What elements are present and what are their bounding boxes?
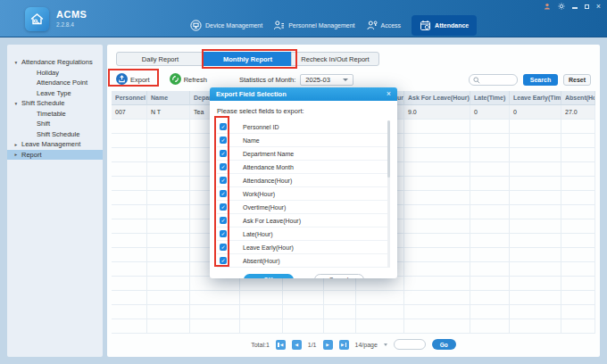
prev-page-button[interactable]: ◀: [292, 340, 302, 350]
table-cell: [561, 262, 595, 277]
first-page-button[interactable]: ◀: [276, 340, 286, 350]
table-cell: [510, 134, 561, 148]
table-empty-row: [112, 277, 595, 291]
tab-recheck-in-out-report[interactable]: Recheck In/Out Report: [291, 52, 379, 66]
attendance-icon: [420, 20, 431, 31]
table-cell: [324, 305, 356, 319]
table-cell: [112, 234, 147, 248]
refresh-button[interactable]: Refresh: [170, 73, 207, 87]
sidebar-item-holiday[interactable]: Holiday: [7, 68, 103, 79]
table-cell: [147, 148, 190, 162]
sidebar-item-label: Leave Type: [37, 89, 71, 97]
user-icon[interactable]: [544, 3, 551, 10]
sidebar-item-label: Shift: [37, 120, 50, 128]
pagination-total: Total:1: [251, 342, 270, 348]
scrollbar-thumb[interactable]: [387, 120, 390, 178]
nav-label: Attendance: [435, 22, 469, 29]
checkbox-checked-icon[interactable]: ✓: [220, 150, 227, 157]
sidebar-item-report[interactable]: ▸Report: [7, 150, 103, 161]
table-cell: 27.0: [561, 105, 595, 120]
checkbox-checked-icon[interactable]: ✓: [220, 244, 227, 251]
maximize-button[interactable]: [585, 4, 589, 9]
next-page-button[interactable]: ▶: [323, 340, 333, 350]
export-field-label: Ask For Leave(Hour): [243, 218, 301, 224]
toolbar-right: Search Reset: [469, 74, 591, 86]
sidebar-item-timetable[interactable]: Timetable: [7, 109, 103, 120]
table-cell: [240, 291, 283, 305]
sidebar-item-label: Timetable: [37, 110, 66, 118]
table-cell: [404, 262, 470, 277]
sidebar-item-label: Attendance Regulations: [21, 58, 93, 66]
go-button[interactable]: Go: [432, 339, 456, 350]
table-cell: [470, 120, 510, 134]
sidebar-item-shift[interactable]: Shift: [7, 119, 103, 129]
table-cell: [510, 248, 561, 262]
export-button[interactable]: Export: [116, 73, 150, 87]
table-cell: [283, 319, 324, 334]
checkbox-checked-icon[interactable]: ✓: [220, 163, 227, 170]
sidebar-item-leave-type[interactable]: Leave Type: [7, 88, 103, 99]
checkbox-checked-icon[interactable]: ✓: [220, 203, 227, 211]
table-cell: [404, 148, 470, 162]
checkbox-checked-icon[interactable]: ✓: [220, 177, 227, 184]
modal-close-icon[interactable]: ×: [387, 90, 391, 98]
month-select[interactable]: 2025-03: [300, 74, 353, 86]
checkbox-checked-icon[interactable]: ✓: [220, 190, 227, 197]
export-field-row-department-name: ✓Department Name: [217, 147, 390, 161]
reset-button[interactable]: Reset: [563, 74, 591, 86]
table-cell: [112, 177, 147, 191]
export-field-list: ✓Personnel ID✓Name✓Department Name✓Atten…: [217, 120, 390, 268]
nav-label: Personnel Management: [288, 22, 354, 29]
search-icon: [473, 71, 480, 87]
export-field-row-personnel-id: ✓Personnel ID: [217, 120, 390, 134]
checkbox-checked-icon[interactable]: ✓: [220, 136, 227, 144]
settings-gear-icon[interactable]: [558, 3, 565, 10]
export-field-row-name: ✓Name: [217, 134, 390, 147]
nav-access[interactable]: Access: [366, 20, 402, 31]
nav-attendance[interactable]: Attendance: [412, 15, 477, 36]
table-cell: [404, 205, 470, 219]
page-jump-input[interactable]: [394, 339, 426, 350]
checkbox-checked-icon[interactable]: ✓: [220, 123, 227, 130]
table-cell: [561, 319, 595, 334]
table-cell: [470, 205, 510, 219]
table-cell: [147, 305, 190, 319]
table-cell: [147, 277, 190, 291]
last-page-button[interactable]: ▶: [339, 340, 349, 350]
sidebar-item-leave-management[interactable]: ▸Leave Management: [7, 139, 103, 150]
tree-collapsed-icon[interactable]: ▸: [13, 152, 19, 157]
sidebar-item-attendance-regulations[interactable]: ▾Attendance Regulations: [7, 57, 103, 68]
sidebar-item-shift-schedule[interactable]: Shift Schedule: [7, 129, 103, 140]
search-box[interactable]: [469, 74, 518, 86]
table-cell: [112, 319, 147, 334]
tab-monthly-report[interactable]: Monthly Report: [204, 52, 292, 66]
cancel-button[interactable]: Cancel: [314, 274, 364, 278]
table-cell: [112, 262, 147, 277]
search-input[interactable]: [482, 77, 513, 83]
table-cell: [561, 305, 595, 319]
table-cell: 007: [112, 105, 147, 120]
checkbox-checked-icon[interactable]: ✓: [220, 257, 227, 264]
sidebar-item-shift-schedule[interactable]: ▾Shift Schedule: [7, 98, 103, 109]
sidebar-item-attendance-point[interactable]: Attendance Point: [7, 78, 103, 88]
table-cell: [404, 291, 470, 305]
per-page-chevron-icon[interactable]: [384, 343, 387, 346]
table-cell: [324, 291, 356, 305]
export-field-label: Absent(Hour): [243, 258, 280, 264]
table-cell: [561, 148, 595, 162]
table-cell: [147, 120, 190, 134]
nav-personnel-management[interactable]: Personnel Management: [273, 20, 354, 31]
tree-expanded-icon[interactable]: ▾: [13, 60, 19, 65]
export-field-row-ask-for-leave-hour: ✓Ask For Leave(Hour): [217, 214, 390, 228]
minimize-button[interactable]: [572, 7, 578, 9]
search-button[interactable]: Search: [523, 74, 558, 86]
tab-daily-report[interactable]: Daily Report: [116, 52, 204, 66]
tree-expanded-icon[interactable]: ▾: [13, 101, 19, 106]
checkbox-checked-icon[interactable]: ✓: [220, 230, 227, 237]
tree-collapsed-icon[interactable]: ▸: [13, 142, 19, 147]
table-cell: [112, 120, 147, 134]
close-button[interactable]: ×: [596, 4, 601, 10]
ok-button[interactable]: OK: [244, 274, 294, 278]
checkbox-checked-icon[interactable]: ✓: [220, 217, 227, 224]
nav-device-management[interactable]: Device Management: [190, 20, 262, 31]
